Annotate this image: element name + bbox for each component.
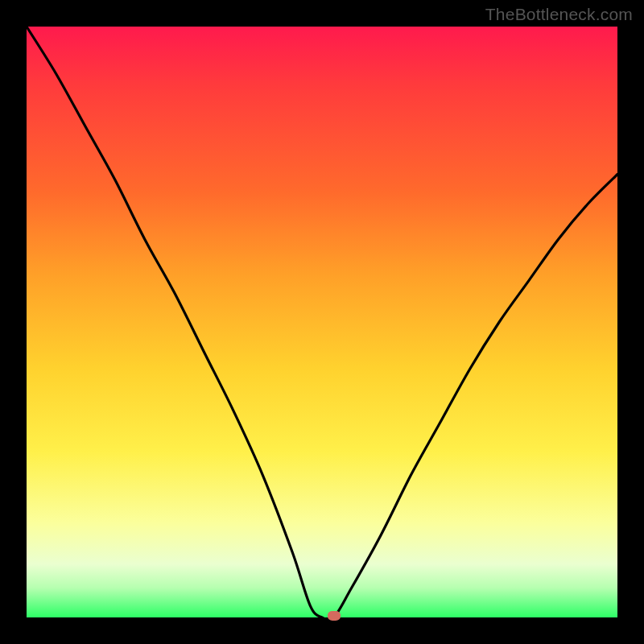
plot-area: [27, 27, 617, 617]
bottleneck-curve: [27, 27, 617, 617]
chart-frame: TheBottleneck.com: [0, 0, 644, 644]
watermark-text: TheBottleneck.com: [485, 5, 633, 24]
optimal-point-marker: [328, 611, 341, 621]
